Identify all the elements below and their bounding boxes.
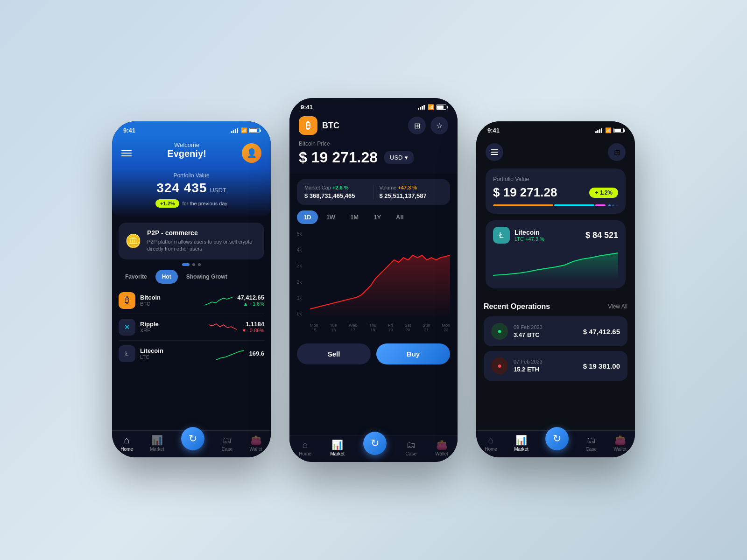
coin-item-ltc[interactable]: Ł Litecoin LTC 169.6 (119, 341, 264, 367)
menu-button-right[interactable] (486, 143, 503, 161)
operation-eth[interactable]: ● 07 Feb 2023 15.2 ETH $ 19 381.00 (484, 351, 627, 381)
nav-wallet[interactable]: 👛 Wallet (249, 434, 262, 452)
xrp-logo: ✕ (119, 319, 135, 336)
portfolio-currency: USDT (210, 187, 226, 194)
currency-selector[interactable]: USD ▾ (384, 151, 413, 164)
volume-value: $ 25,511,137,587 (380, 192, 443, 199)
tf-1w[interactable]: 1W (320, 210, 342, 224)
buy-button[interactable]: Buy (376, 343, 450, 364)
coin-item-xrp[interactable]: ✕ Ripple XRP 1.1184 ▼ -0.86% (119, 314, 264, 341)
tab-showing-growth[interactable]: Showing Growt (180, 270, 234, 284)
volume-change: +47.3 % (398, 185, 417, 190)
btc-price: 47,412.65 (237, 294, 264, 301)
top-row-right: ⊞ (486, 140, 626, 168)
ltc-info-right: Ł Litecoin LTC +47.3 % (493, 227, 544, 244)
qr-button-right[interactable]: ⊞ (608, 143, 626, 161)
wallet-label-left: Wallet (249, 447, 262, 452)
p2p-icon: 🪙 (125, 233, 141, 249)
signal-icon-right (595, 128, 602, 133)
portfolio-badge: +1.2% for the previous day (155, 199, 227, 208)
qr-button-center[interactable]: ⊞ (408, 117, 426, 134)
operation-btc[interactable]: ● 09 Feb 2023 3.47 BTC $ 47,412.65 (484, 316, 627, 346)
y-label-0k: 0k (297, 311, 302, 316)
portfolio-value-right: $ 19 271.28 (493, 185, 557, 200)
tf-all[interactable]: All (389, 210, 410, 224)
btc-change: ▲ +1.6% (237, 301, 264, 307)
nav-market-right[interactable]: 📊 Market (514, 434, 529, 452)
btc-title-row: ₿ BTC ⊞ ☆ (299, 116, 448, 135)
menu-icon[interactable] (121, 150, 132, 156)
p2p-description: P2P platform allows users to buy or sell… (147, 238, 258, 253)
market-icon-right: 📊 (515, 434, 527, 446)
market-cap-label: Market Cap +2.6 % (304, 185, 368, 190)
bar-dots (608, 204, 618, 206)
status-icons: 📶 (231, 127, 260, 133)
nav-case[interactable]: 🗂 Case (222, 435, 233, 452)
op-label-btc: 3.47 BTC (514, 331, 578, 338)
home-label-center: Home (299, 451, 311, 456)
home-icon: ⌂ (124, 435, 129, 446)
portfolio-label: Portfolio Value (121, 172, 261, 179)
tf-1m[interactable]: 1M (344, 210, 365, 224)
coin-item-btc[interactable]: ₿ Bitcoin BTC 47,412.65 ▲ +1.6% (119, 287, 264, 314)
recent-header: Recent Operations View All (484, 302, 627, 311)
sell-button[interactable]: Sell (297, 343, 371, 364)
nav-wallet-center[interactable]: 👛 Wallet (435, 439, 448, 456)
portfolio-badge-right: + 1.2% (589, 188, 618, 198)
nav-wallet-right[interactable]: 👛 Wallet (613, 434, 626, 452)
recent-title: Recent Operations (484, 302, 550, 311)
case-icon: 🗂 (222, 435, 232, 446)
tf-1d[interactable]: 1D (297, 210, 318, 224)
nav-case-right[interactable]: 🗂 Case (586, 435, 597, 452)
tab-favorite[interactable]: Favorite (119, 270, 154, 284)
y-label-5k: 5k (297, 231, 302, 237)
star-button-center[interactable]: ☆ (430, 117, 448, 134)
bottom-nav-center: ⌂ Home 📊 Market ↻ 🗂 Case 👛 Wallet (289, 435, 458, 462)
view-all-button[interactable]: View All (608, 303, 627, 310)
phone-right: 9:41 📶 ⊞ Portfolio Value (476, 121, 635, 457)
nav-home-center[interactable]: ⌂ Home (299, 440, 311, 456)
wifi-icon-center: 📶 (428, 104, 434, 110)
hamburger-icon-right (491, 149, 498, 155)
nav-home[interactable]: ⌂ Home (120, 435, 133, 452)
x-sun21: Sun21 (423, 323, 430, 332)
btc-chart (204, 294, 233, 308)
volume-block: Volume +47.3 % $ 25,511,137,587 (374, 185, 443, 199)
bar-orange (493, 204, 553, 206)
nav-case-center[interactable]: 🗂 Case (406, 440, 416, 456)
nav-refresh-right[interactable]: ↻ (545, 427, 569, 450)
nav-market-center[interactable]: 📊 Market (330, 439, 345, 456)
nav-market[interactable]: 📊 Market (150, 434, 164, 452)
signal-icon (231, 128, 238, 133)
nav-home-right[interactable]: ⌂ Home (485, 435, 497, 452)
xrp-name: Ripple (140, 321, 204, 328)
chart-svg-container (310, 230, 450, 318)
market-label: Market (150, 447, 164, 452)
btc-logo: ₿ (119, 292, 135, 309)
nav-refresh-center[interactable]: ↻ (363, 432, 387, 455)
ltc-logo: Ł (119, 345, 135, 362)
btc-price-label: Bitcoin Price (299, 140, 448, 147)
p2p-card[interactable]: 🪙 P2P - commerce P2P platform allows use… (119, 223, 264, 259)
portfolio-bar (493, 204, 618, 206)
xrp-chart (209, 320, 237, 334)
ltc-change-right: +47.3 % (525, 236, 544, 242)
btc-action-buttons: ⊞ ☆ (408, 117, 448, 134)
case-label: Case (222, 447, 233, 452)
y-label-1k: 1k (297, 295, 302, 301)
market-cap-change: +2.6 % (332, 185, 349, 190)
market-label-center: Market (330, 451, 345, 456)
case-icon-right: 🗂 (586, 435, 596, 446)
coin-list: ₿ Bitcoin BTC 47,412.65 ▲ +1.6% ✕ Ripple… (112, 287, 271, 367)
portfolio-section: Portfolio Value 324 435 USDT +1.2% for t… (121, 172, 261, 208)
p2p-title: P2P - commerce (147, 229, 258, 237)
op-date-btc: 09 Feb 2023 (514, 324, 578, 330)
nav-refresh-button[interactable]: ↻ (181, 427, 204, 450)
tab-hot[interactable]: Hot (155, 270, 178, 284)
litecoin-card[interactable]: Ł Litecoin LTC +47.3 % $ 84 521 (486, 220, 626, 288)
x-tue16: Tue16 (330, 323, 337, 332)
status-icons-center: 📶 (418, 104, 446, 110)
dot-1 (182, 263, 190, 266)
market-icon: 📊 (151, 434, 163, 446)
tf-1y[interactable]: 1Y (367, 210, 388, 224)
